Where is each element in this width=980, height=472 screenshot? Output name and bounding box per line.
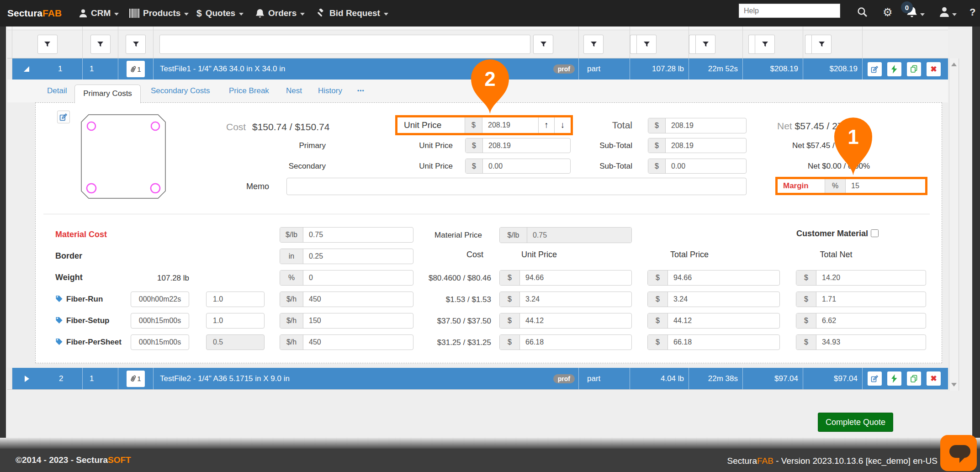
complete-quote-button[interactable]: Complete Quote [818,413,893,432]
unit-price-label: Unit Price [397,117,465,133]
filter-input-total[interactable] [805,35,811,54]
scroll-down-icon[interactable] [951,383,957,387]
app-logo[interactable]: SecturaFAB [7,8,62,19]
delete-row-button[interactable]: ✖ [927,371,941,386]
filter-input-price[interactable] [748,35,755,54]
op-total-net-input[interactable] [816,335,926,350]
currency-prefix: $ [465,117,482,133]
notification-badge: 0 [901,1,913,13]
grid-filter-row [7,30,948,58]
copy-row-button[interactable] [907,62,921,76]
price-up-button[interactable]: ↑ [538,117,554,133]
op-unit-price-input[interactable] [520,292,631,307]
material-total-net-input[interactable] [816,270,926,285]
material-unit-price-input[interactable] [520,270,631,285]
filter-button-description[interactable] [533,35,553,54]
filter-button-time[interactable] [695,35,715,54]
op-time-input[interactable] [131,334,189,350]
help-search-input[interactable] [739,4,840,18]
search-icon[interactable] [857,7,868,19]
unit-price-input[interactable] [482,117,538,133]
filter-input-description[interactable] [159,35,530,54]
callout-pin-1: 1 [832,117,875,176]
quick-price-button[interactable] [887,62,901,76]
margin-input[interactable] [846,179,925,193]
op-total-price-input[interactable] [668,335,779,350]
op-total-price-input[interactable] [668,292,779,307]
op-time-input[interactable] [131,313,189,329]
secondary-subtotal-input[interactable] [666,159,746,173]
op-qty-input[interactable] [206,292,265,307]
vertical-scrollbar[interactable] [949,58,959,391]
footer-gradient [0,438,980,449]
filter-button-price[interactable] [755,35,775,54]
copy-row-button[interactable] [907,371,921,386]
menu-bid-request[interactable]: Bid Request [316,0,388,27]
tab-price-break[interactable]: Price Break [229,80,269,102]
menu-products[interactable]: Products [129,0,189,27]
cost-value: $150.74 / $150.74 [252,122,329,133]
expand-row-icon[interactable] [25,376,29,382]
filter-input-time[interactable] [689,35,695,54]
secondary-label: Secondary [274,162,326,171]
gavel-icon [316,9,326,18]
op-cost-display: $1.53 / $1.53 [393,295,491,304]
material-total-price-input[interactable] [668,270,779,285]
total-input[interactable] [666,118,746,133]
primary-unit-price-input[interactable] [483,138,570,153]
delete-row-button[interactable]: ✖ [927,62,941,76]
help-icon[interactable]: ? [969,6,975,18]
menu-orders[interactable]: Orders [255,0,305,27]
left-dark-band [0,27,6,449]
filter-button-total[interactable] [811,35,832,54]
filter-button-qty[interactable] [90,35,111,54]
menu-crm[interactable]: CRM [79,0,119,27]
op-total-price-input[interactable] [668,313,779,328]
quote-line-row-2[interactable]: 2 1 1 TestFile2 - 1/4" A36 5.1715 in X 9… [7,368,948,390]
op-total-net-input[interactable] [816,292,926,307]
tab-secondary-costs[interactable]: Secondary Costs [151,80,210,102]
edit-part-button[interactable] [57,111,70,123]
row-description: TestFile1 - 1/4" A36 34.0 in X 34.0 in [160,64,285,74]
tab-history[interactable]: History [318,80,342,102]
chat-widget-button[interactable] [940,435,977,471]
border-input[interactable] [303,249,413,264]
filter-button-attach[interactable] [126,35,146,54]
page: SecturaFAB CRM Products $ Quotes Orders … [0,0,980,472]
price-down-button[interactable]: ↓ [554,117,571,133]
op-time-input[interactable] [131,292,189,307]
caret-down-icon[interactable] [920,13,925,16]
op-unit-price-input[interactable] [520,335,631,350]
menu-quotes[interactable]: $ Quotes [196,0,244,27]
attachment-chip[interactable]: 1 [127,371,145,387]
filter-button-weight[interactable] [636,35,657,54]
material-cost-input[interactable] [303,228,413,242]
filter-button-num[interactable] [37,35,58,54]
collapse-row-icon[interactable] [24,66,29,72]
caret-down-icon[interactable] [952,13,957,16]
secondary-unit-price-input[interactable] [483,159,570,173]
user-menu[interactable] [939,6,949,19]
primary-subtotal-input[interactable] [666,138,746,153]
footer-version-text: - Version 2023.10.13.6 [kec_demo] en-US [773,456,938,466]
material-price-group: $/lb [499,227,632,243]
menu-products-label: Products [143,8,180,18]
edit-row-button[interactable] [868,371,882,386]
tab-nest[interactable]: Nest [286,80,302,102]
op-unit-price-input[interactable] [520,313,631,328]
dollar-icon: $ [196,8,202,19]
scroll-up-icon[interactable] [951,63,957,66]
op-qty-input[interactable] [206,313,265,329]
gear-icon[interactable]: ⚙ [883,6,893,19]
tab-detail[interactable]: Detail [47,80,67,102]
memo-input[interactable] [286,178,747,195]
op-total-net-input[interactable] [816,313,926,328]
filter-input-weight[interactable] [630,35,636,54]
filter-button-type[interactable] [583,35,604,54]
customer-material-checkbox[interactable] [871,229,879,237]
edit-row-button[interactable] [868,62,882,76]
tab-more[interactable]: ••• [357,80,365,102]
tab-primary-costs[interactable]: Primary Costs [74,85,141,103]
attachment-chip[interactable]: 1 [127,61,145,77]
quick-price-button[interactable] [887,371,901,386]
